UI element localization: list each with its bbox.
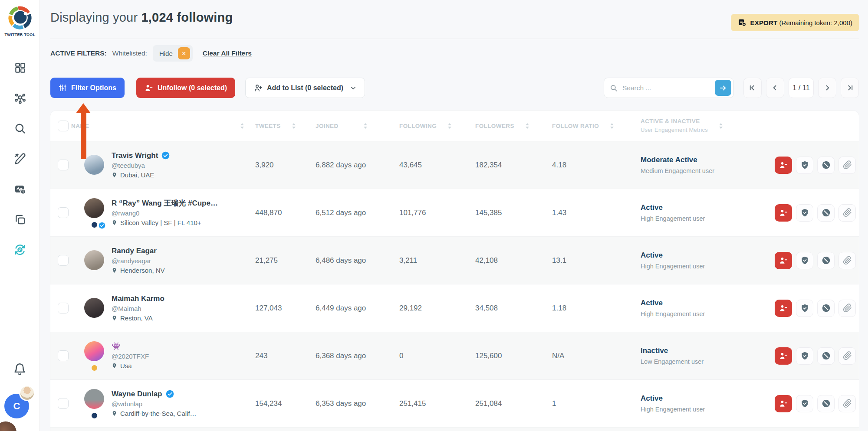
block-icon (822, 399, 831, 408)
sort-icon[interactable] (240, 123, 244, 129)
user-name[interactable]: Wayne Dunlap (112, 390, 162, 398)
row-checkbox[interactable] (58, 160, 69, 170)
row-checkbox[interactable] (58, 207, 69, 218)
status-badge: Active (641, 203, 775, 212)
user-name[interactable]: Maimah Karmo (112, 294, 164, 303)
following-table: NAME TWEETS JOINED FOLLOWING FOLLOWERS F… (50, 111, 859, 431)
remove-filter-button[interactable]: ✕ (178, 47, 190, 59)
row-block-button[interactable] (817, 300, 835, 317)
sort-icon[interactable] (719, 123, 723, 129)
row-unfollow-button[interactable] (775, 252, 792, 269)
user-handle[interactable]: @Maimah (112, 305, 164, 312)
last-page-button[interactable] (841, 78, 859, 98)
user-handle[interactable]: @randyeagar (112, 257, 165, 264)
block-icon (822, 160, 831, 170)
row-block-button[interactable] (817, 347, 835, 365)
sort-icon[interactable] (448, 123, 451, 129)
unfollow-button[interactable]: Unfollow (0 selected) (136, 78, 235, 98)
clear-all-filters-link[interactable]: Clear All Filters (203, 49, 252, 57)
row-link-button[interactable] (838, 347, 856, 365)
column-header-tweets[interactable]: TWEETS (255, 123, 316, 129)
row-whitelist-button[interactable] (796, 347, 813, 365)
sort-icon[interactable] (292, 123, 296, 129)
sort-icon[interactable] (610, 123, 614, 129)
user-handle[interactable]: @wdunlap (112, 400, 197, 408)
sidebar-item-dashboard[interactable] (13, 61, 27, 75)
row-block-button[interactable] (817, 395, 835, 412)
row-link-button[interactable] (838, 204, 856, 222)
annotation-arrow (76, 103, 91, 159)
next-page-button[interactable] (818, 78, 836, 98)
row-unfollow-button[interactable] (775, 157, 792, 174)
sidebar-item-search[interactable] (13, 121, 27, 135)
app-logo[interactable]: TWITTER TOOL (0, 5, 40, 37)
row-whitelist-button[interactable] (796, 252, 813, 269)
verified-badge-icon (161, 151, 170, 160)
row-checkbox[interactable] (58, 255, 69, 266)
mini-profile-photo[interactable] (19, 385, 35, 401)
row-unfollow-button[interactable] (775, 347, 792, 365)
user-name[interactable]: Travis Wright (112, 151, 158, 160)
user-name[interactable]: Randy Eagar (112, 247, 157, 255)
status-dot (92, 413, 97, 418)
row-unfollow-button[interactable] (775, 395, 792, 412)
row-link-button[interactable] (838, 300, 856, 317)
search-box (604, 78, 734, 98)
table-header-row: NAME TWEETS JOINED FOLLOWING FOLLOWERS F… (50, 111, 859, 141)
user-handle[interactable]: @rwang0 (112, 209, 218, 217)
sort-icon[interactable] (364, 123, 367, 129)
row-link-button[interactable] (838, 157, 856, 174)
export-button[interactable]: EXPORT (Remaining token: 2,000) (731, 14, 860, 31)
row-block-button[interactable] (817, 157, 835, 174)
shield-check-icon (800, 160, 809, 170)
column-header-followers[interactable]: FOLLOWERS (475, 123, 552, 129)
row-whitelist-button[interactable] (796, 204, 813, 222)
sort-icon[interactable] (526, 123, 529, 129)
sidebar-item-lists[interactable] (13, 212, 27, 226)
user-handle[interactable]: @2020TFXF (112, 353, 149, 360)
notifications-bell[interactable] (13, 362, 26, 378)
row-link-button[interactable] (838, 252, 856, 269)
header-divider (50, 39, 859, 39)
user-name[interactable]: R “Ray” Wang 王瑞光 #Cupe… (112, 199, 218, 208)
row-checkbox[interactable] (58, 398, 69, 409)
row-checkbox[interactable] (58, 303, 69, 313)
dashboard-icon (14, 62, 26, 74)
sidebar-item-analytics[interactable] (13, 182, 27, 196)
row-whitelist-button[interactable] (796, 157, 813, 174)
sidebar: TWITTER TOOL (0, 0, 40, 431)
status-badge: Moderate Active (641, 156, 775, 164)
prev-page-button[interactable] (766, 78, 784, 98)
sidebar-item-compose[interactable] (13, 152, 27, 166)
tweets-value: 243 (255, 352, 316, 360)
add-to-list-button[interactable]: Add to List (0 selected) (245, 78, 365, 98)
column-header-joined[interactable]: JOINED (316, 123, 399, 129)
row-checkbox[interactable] (58, 350, 69, 361)
row-link-button[interactable] (838, 395, 856, 412)
sidebar-nav (0, 61, 40, 257)
select-all-checkbox[interactable] (58, 121, 69, 131)
page-header: Displaying your 1,024 following EXPORT (… (50, 10, 859, 31)
row-whitelist-button[interactable] (796, 300, 813, 317)
row-whitelist-button[interactable] (796, 395, 813, 412)
row-block-button[interactable] (817, 252, 835, 269)
search-submit-button[interactable] (715, 80, 731, 96)
filter-options-button[interactable]: Filter Options (50, 78, 125, 98)
column-header-following[interactable]: FOLLOWING (399, 123, 475, 129)
row-unfollow-button[interactable] (775, 300, 792, 317)
user-name[interactable]: 👾 (112, 342, 121, 351)
sidebar-item-sync-history[interactable] (13, 243, 27, 257)
export-icon (738, 18, 746, 27)
user-location: Reston, VA (120, 314, 153, 322)
column-header-name[interactable]: NAME (71, 123, 255, 129)
column-header-follow-ratio[interactable]: FOLLOW RATIO (552, 123, 641, 129)
sidebar-item-network[interactable] (13, 91, 27, 105)
column-header-engagement[interactable]: ACTIVE & INACTIVE User Engagement Metric… (641, 117, 775, 134)
row-block-button[interactable] (817, 204, 835, 222)
first-page-button[interactable] (743, 78, 762, 98)
shield-check-icon (800, 399, 809, 408)
page-title: Displaying your 1,024 following (50, 10, 233, 25)
search-input[interactable] (621, 84, 715, 92)
row-unfollow-button[interactable] (775, 204, 792, 222)
user-handle[interactable]: @teedubya (112, 162, 170, 169)
